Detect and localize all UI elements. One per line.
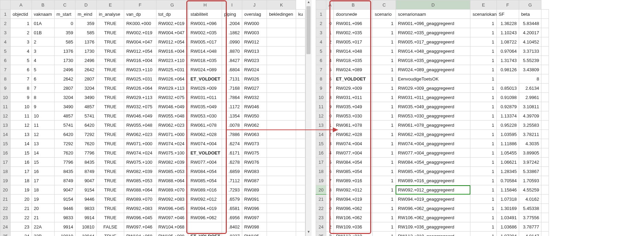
cell[interactable]: RW096.+062 bbox=[188, 213, 222, 222]
cell[interactable] bbox=[541, 204, 549, 213]
cell[interactable]: 2.6134 bbox=[519, 84, 541, 93]
cell[interactable] bbox=[296, 65, 305, 74]
cell[interactable]: RW105.+098 bbox=[156, 232, 188, 236]
cell[interactable]: RW061.+078 bbox=[188, 121, 222, 130]
cell[interactable] bbox=[541, 213, 549, 222]
cell[interactable]: RW076 bbox=[242, 158, 267, 167]
cell[interactable]: 1 bbox=[326, 28, 334, 37]
cell[interactable]: 1 bbox=[470, 213, 496, 222]
cell[interactable]: 4.20017 bbox=[519, 28, 541, 37]
cell[interactable]: RW023 bbox=[242, 56, 267, 65]
scrollbar-vertical-left[interactable]: ▲ ▼ bbox=[305, 0, 312, 236]
cell[interactable]: 3.97242 bbox=[519, 158, 541, 167]
cell[interactable]: 1 bbox=[470, 47, 496, 56]
cell[interactable]: RW046.+049 bbox=[156, 102, 188, 111]
cell[interactable]: 2642 bbox=[54, 74, 75, 84]
cell[interactable]: 1.07294 bbox=[496, 232, 519, 236]
cell[interactable]: 1 bbox=[373, 204, 396, 213]
cell[interactable]: 0.95228 bbox=[496, 121, 519, 130]
cell[interactable]: .6859 bbox=[222, 167, 242, 176]
cell[interactable]: .1172 bbox=[222, 102, 242, 111]
header-cell[interactable]: scenariokans bbox=[470, 10, 496, 19]
cell[interactable]: RW002.+035_geaggregeerd bbox=[396, 28, 470, 37]
row-header[interactable]: 12 bbox=[0, 111, 11, 121]
cell[interactable]: 9047 bbox=[54, 185, 75, 195]
column-header-row[interactable]: ABCDEFGHIJK bbox=[0, 0, 305, 10]
cell[interactable]: RW062.+028 bbox=[334, 130, 373, 139]
row-header[interactable]: 11 bbox=[316, 102, 326, 111]
cell[interactable] bbox=[267, 37, 296, 47]
cell[interactable]: TRUE bbox=[97, 130, 124, 139]
cell[interactable] bbox=[296, 158, 305, 167]
cell[interactable]: RW085.+054 bbox=[334, 167, 373, 176]
cell[interactable]: 5 bbox=[10, 56, 32, 65]
cell[interactable]: TRUE bbox=[97, 93, 124, 102]
cell[interactable]: 9446 bbox=[75, 195, 97, 204]
col-header-C[interactable]: C bbox=[54, 0, 75, 10]
col-header-E[interactable]: E bbox=[97, 0, 124, 10]
cell[interactable]: 9914 bbox=[75, 213, 97, 222]
cell[interactable]: 1.10243 bbox=[496, 28, 519, 37]
cell[interactable]: 3.77556 bbox=[519, 213, 541, 222]
cell[interactable]: 1 bbox=[373, 232, 396, 236]
cell[interactable]: RW104.+068 bbox=[156, 222, 188, 232]
cell[interactable]: 22B bbox=[32, 232, 54, 236]
row-header[interactable]: 21 bbox=[0, 195, 11, 204]
cell[interactable]: RW053.+030_geaggregeerd bbox=[396, 111, 470, 121]
cell[interactable]: 3.89905 bbox=[519, 148, 541, 158]
cell[interactable]: 0 bbox=[326, 111, 334, 121]
cell[interactable]: RW109.+036 bbox=[334, 222, 373, 232]
cell[interactable] bbox=[267, 176, 296, 185]
cell[interactable] bbox=[267, 232, 296, 236]
cell[interactable]: TRUE bbox=[97, 148, 124, 158]
cell[interactable]: RW097.+046 bbox=[156, 213, 188, 222]
cell[interactable] bbox=[267, 28, 296, 37]
cell[interactable]: RW094.+019 bbox=[188, 204, 222, 213]
row-header[interactable]: 9 bbox=[0, 84, 11, 93]
row-header[interactable]: 20 bbox=[0, 185, 11, 195]
row-header[interactable]: 5 bbox=[316, 47, 326, 56]
cell[interactable]: 1 bbox=[373, 56, 396, 65]
scroll-thumb[interactable] bbox=[306, 6, 311, 54]
cell[interactable]: RW029.+009_geaggregeerd bbox=[396, 84, 470, 93]
cell[interactable]: 1376 bbox=[75, 37, 97, 47]
cell[interactable]: 3.43809 bbox=[519, 65, 541, 74]
cell[interactable]: 1.28345 bbox=[496, 167, 519, 176]
col-header-J[interactable]: J bbox=[242, 0, 267, 10]
col-header-C[interactable]: C bbox=[373, 0, 396, 10]
cell[interactable]: RW082.+039 bbox=[156, 158, 188, 167]
cell[interactable]: .6171 bbox=[222, 148, 242, 158]
cell[interactable]: 4 bbox=[326, 56, 334, 65]
cell[interactable]: 3 bbox=[10, 37, 32, 47]
cell[interactable]: RW112.+010 bbox=[334, 232, 373, 236]
cell[interactable]: 5.55239 bbox=[519, 56, 541, 65]
cell[interactable]: .6956 bbox=[222, 213, 242, 222]
cell[interactable]: 1730 bbox=[75, 47, 97, 56]
cell[interactable]: RW096.+062_geaggregeerd bbox=[396, 204, 470, 213]
cell[interactable]: RW031.+011 bbox=[334, 93, 373, 102]
cell[interactable]: 9154 bbox=[75, 185, 97, 195]
cell[interactable]: 4.39709 bbox=[519, 111, 541, 121]
cell[interactable]: 9833 bbox=[75, 204, 97, 213]
cell[interactable]: RW027 bbox=[242, 84, 267, 93]
cell[interactable]: 20 bbox=[32, 204, 54, 213]
cell[interactable]: RW024.+089 bbox=[334, 65, 373, 74]
cell[interactable]: 1.11886 bbox=[496, 139, 519, 148]
cell[interactable]: RW004.+047 bbox=[124, 37, 156, 47]
cell[interactable]: 3.37133 bbox=[519, 47, 541, 56]
cell[interactable]: 10810 bbox=[54, 232, 75, 236]
cell[interactable]: 17 bbox=[10, 167, 32, 176]
cell[interactable]: 6 bbox=[10, 65, 32, 74]
cell[interactable]: 10 bbox=[10, 102, 32, 111]
cell[interactable]: 1 bbox=[373, 121, 396, 130]
cell[interactable]: 359 bbox=[54, 28, 75, 37]
cell[interactable]: 9 bbox=[326, 102, 334, 111]
cell[interactable]: 8435 bbox=[75, 158, 97, 167]
row-header[interactable]: 22 bbox=[316, 204, 326, 213]
cell[interactable]: RW096.+062 bbox=[334, 204, 373, 213]
col-header-K[interactable]: K bbox=[267, 0, 296, 10]
column-header-row[interactable]: ABCDEFG bbox=[316, 0, 549, 10]
cell[interactable] bbox=[296, 213, 305, 222]
cell[interactable]: 4.0162 bbox=[519, 195, 541, 204]
cell[interactable]: RW025.+031 bbox=[124, 74, 156, 84]
